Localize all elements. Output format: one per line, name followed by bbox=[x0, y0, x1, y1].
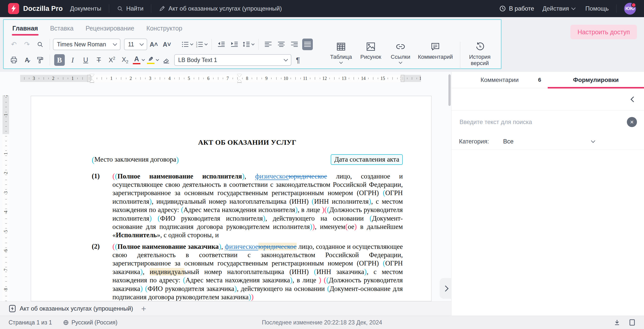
justify-icon bbox=[304, 41, 311, 48]
font-select[interactable]: Times New Roman bbox=[53, 39, 120, 50]
tab-constructor[interactable]: Конструктор bbox=[146, 25, 182, 35]
tab-review[interactable]: Рецензирование bbox=[86, 25, 134, 35]
wording-search-input[interactable] bbox=[459, 118, 627, 126]
category-value[interactable]: Все bbox=[503, 138, 513, 145]
subscript-icon: X2 bbox=[122, 56, 128, 64]
font-color-button[interactable]: A bbox=[133, 54, 144, 66]
tab-home[interactable]: Главная bbox=[12, 25, 38, 35]
paragraph-style-select[interactable]: LB Body Text 1 bbox=[174, 54, 291, 66]
pilcrow-button[interactable]: ¶ bbox=[293, 54, 303, 66]
field-place-of-contract[interactable]: (Место заключения договора) bbox=[92, 155, 179, 164]
comment-button[interactable]: Комментарий bbox=[415, 40, 455, 61]
highlight-icon: ✎ bbox=[147, 56, 155, 64]
tab-wording[interactable]: Формулировки bbox=[548, 72, 644, 88]
menu-help[interactable]: Помощь bbox=[585, 5, 609, 12]
indent-icon bbox=[230, 41, 238, 48]
topbar: Doczilla Pro Документы Найти Акт об оказ… bbox=[0, 0, 644, 17]
menu-actions[interactable]: Действия bbox=[542, 5, 575, 12]
bold-button[interactable]: B bbox=[54, 54, 65, 66]
h-ruler[interactable]: ⋮ ⋮ 321123456789101112131415161718 bbox=[20, 74, 421, 83]
margin-handle[interactable]: ⋮ bbox=[401, 75, 404, 82]
align-center-button[interactable] bbox=[276, 39, 287, 50]
line-spacing-icon bbox=[242, 41, 250, 48]
align-center-icon bbox=[278, 41, 285, 48]
align-left-button[interactable] bbox=[263, 39, 273, 50]
configure-access-button[interactable]: Настроить доступ bbox=[570, 25, 637, 39]
underline-button[interactable]: U bbox=[80, 54, 91, 66]
brand-title: Doczilla Pro bbox=[23, 5, 63, 13]
panel-icon bbox=[629, 319, 635, 326]
undo-button[interactable]: ↶ bbox=[9, 39, 19, 50]
search-icon bbox=[117, 5, 123, 12]
chevron-down-icon[interactable] bbox=[591, 139, 595, 143]
picture-label: Рисунок bbox=[360, 54, 381, 60]
divider bbox=[616, 4, 617, 13]
redo-button[interactable]: ↷ bbox=[22, 39, 32, 50]
field-act-date[interactable]: Дата составления акта bbox=[331, 154, 403, 165]
add-tab-button[interactable]: + bbox=[140, 304, 148, 313]
subscript-button[interactable]: X2 bbox=[120, 54, 130, 66]
font-size-select[interactable]: 11 bbox=[124, 39, 147, 50]
outdent-button[interactable] bbox=[216, 39, 227, 50]
vertical-scrollbar[interactable] bbox=[448, 74, 451, 106]
align-right-button[interactable] bbox=[289, 39, 300, 50]
divider bbox=[50, 54, 50, 66]
chevron-down-icon bbox=[284, 57, 288, 62]
bullet-list-button[interactable] bbox=[181, 39, 193, 50]
toggle-panel-button[interactable] bbox=[628, 317, 636, 328]
collapse-panel-button[interactable] bbox=[631, 97, 636, 102]
strikethrough-button[interactable]: T bbox=[94, 54, 104, 66]
links-button[interactable]: Ссылки bbox=[386, 40, 415, 65]
sidebar-collapse-row bbox=[451, 88, 644, 111]
spacer bbox=[538, 4, 538, 13]
doczilla-logo-icon[interactable] bbox=[8, 3, 19, 14]
document-page[interactable]: АКТ ОБ ОКАЗАНИИ УСЛУГ (Место заключения … bbox=[31, 96, 432, 301]
category-row: Категория: Все bbox=[451, 133, 644, 150]
italic-button[interactable]: I bbox=[67, 54, 78, 66]
status-in-progress[interactable]: В работе bbox=[499, 5, 534, 12]
picture-button[interactable]: Рисунок bbox=[356, 40, 386, 61]
font-color-icon: A bbox=[133, 56, 140, 64]
sidebar-search-row: ✕ bbox=[451, 111, 644, 133]
menu-find[interactable]: Найти bbox=[117, 5, 143, 12]
v-ruler[interactable]: 2112345678 bbox=[2, 95, 10, 312]
numbered-list-button[interactable]: 123 bbox=[195, 39, 207, 50]
expand-panel-button[interactable] bbox=[440, 278, 451, 299]
avatar[interactable]: ЮЮ bbox=[624, 3, 636, 15]
download-button[interactable] bbox=[613, 317, 621, 328]
superscript-button[interactable]: X2 bbox=[107, 54, 117, 66]
field-bracket-icon: ( bbox=[92, 155, 94, 164]
clear-search-button[interactable]: ✕ bbox=[627, 117, 637, 127]
chevron-down-icon bbox=[190, 42, 193, 45]
doc-paragraph[interactable]: (2)((Полное наименование заказчика), физ… bbox=[92, 242, 403, 301]
line-spacing-button[interactable] bbox=[242, 39, 254, 50]
doc-title: АКТ ОБ ОКАЗАНИИ УСЛУГ bbox=[92, 138, 403, 147]
numbered-list-icon: 123 bbox=[195, 41, 203, 48]
comment-icon bbox=[430, 41, 441, 52]
menu-documents[interactable]: Документы bbox=[70, 5, 101, 12]
divider bbox=[151, 4, 151, 13]
document-title[interactable]: Акт об оказанных услугах (упрощенный) bbox=[159, 5, 282, 12]
doc-paragraph[interactable]: (1)((Полное наименование исполнителя), ф… bbox=[92, 172, 403, 239]
document-tab[interactable]: Акт об оказанных услугах (упрощенный) bbox=[9, 305, 133, 312]
table-button[interactable]: Таблица bbox=[326, 40, 356, 65]
download-icon bbox=[614, 319, 620, 326]
justify-button[interactable] bbox=[302, 39, 313, 50]
shrink-font-button[interactable]: A˅ bbox=[162, 39, 172, 50]
tab-comments[interactable]: Комментарии 6 bbox=[451, 72, 548, 88]
version-history-button[interactable]: История версий bbox=[465, 40, 495, 68]
table-icon bbox=[335, 41, 347, 52]
format-painter-button[interactable] bbox=[35, 54, 45, 66]
clear-formatting-button[interactable] bbox=[161, 54, 172, 66]
comments-count-badge: 6 bbox=[538, 77, 541, 83]
comment-label: Комментарий bbox=[418, 54, 453, 60]
tab-insert[interactable]: Вставка bbox=[50, 25, 74, 35]
search-button[interactable] bbox=[35, 39, 45, 50]
spellcheck-button[interactable]: A✓ bbox=[22, 54, 32, 66]
category-label: Категория: bbox=[459, 138, 489, 145]
indent-button[interactable] bbox=[229, 39, 240, 50]
grow-font-button[interactable]: A˄ bbox=[148, 39, 159, 50]
document-bolt-icon bbox=[9, 305, 16, 312]
highlight-button[interactable]: ✎ bbox=[147, 54, 159, 66]
print-button[interactable] bbox=[9, 54, 19, 66]
